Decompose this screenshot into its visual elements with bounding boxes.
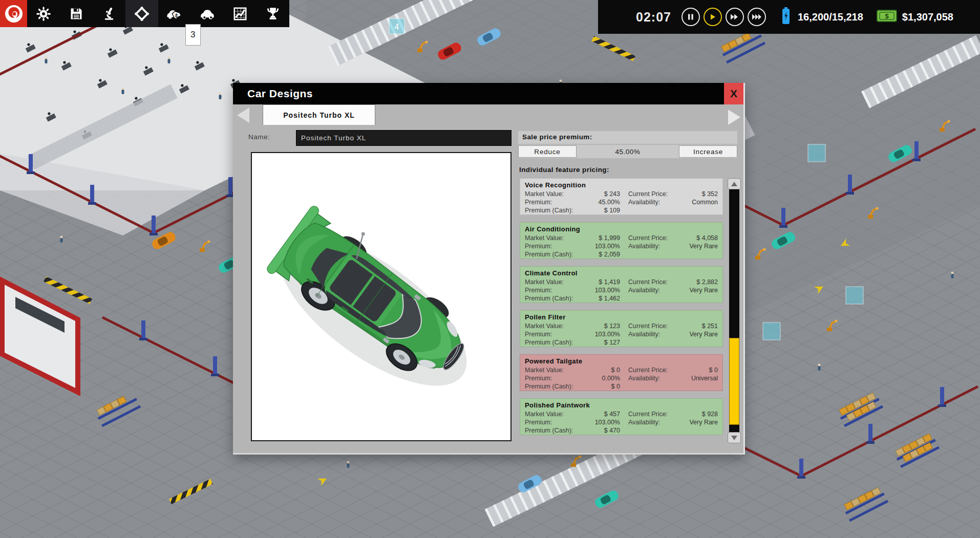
fastest-forward-button[interactable] [748, 8, 766, 26]
feature-details: Market Value:$ 457Current Price:$ 928 Pr… [525, 410, 718, 435]
market-value: $ 243 [582, 190, 620, 198]
tab-positech-turbo-xl[interactable]: Positech Turbo XL [263, 104, 375, 125]
settings-button[interactable] [27, 0, 60, 27]
reduce-button[interactable]: Reduce [518, 145, 577, 158]
feature-panel[interactable]: Powered Tailgate Market Value:$ 0Current… [520, 354, 723, 391]
money-icon: $ [877, 10, 897, 24]
feature-panel[interactable]: Polished Paintwork Market Value:$ 457Cur… [520, 398, 723, 435]
cash-value: $1,307,058 [902, 11, 953, 23]
current-price: $ 4,058 [686, 234, 718, 242]
zone-icon [133, 5, 151, 23]
status-bar: 02:07 16,200/15,218 $ $1,307,058 [598, 0, 980, 34]
premium-label: Premium: [525, 418, 582, 426]
scroll-down-button[interactable] [728, 432, 741, 443]
car-designs-button[interactable] [191, 0, 224, 27]
availability-label: Availability: [628, 374, 686, 382]
premium-cash-label: Premium (Cash): [525, 294, 582, 303]
chart-icon [232, 6, 248, 21]
save-button[interactable] [60, 0, 93, 27]
trophy-icon [266, 6, 280, 21]
premium-value: 103.00% [582, 242, 620, 250]
market-value-label: Market Value: [525, 234, 582, 242]
market-value: $ 457 [582, 410, 620, 418]
availability-value: Very Rare [686, 418, 718, 426]
current-price-label: Current Price: [628, 366, 686, 374]
market-value: $ 1,419 [582, 278, 620, 286]
speed-controls [681, 8, 766, 26]
pause-button[interactable] [681, 8, 700, 26]
current-price-label: Current Price: [628, 410, 686, 418]
market-value-label: Market Value: [525, 322, 582, 330]
premium-label: Premium: [525, 198, 582, 206]
pause-icon [687, 13, 694, 20]
feature-panel[interactable]: Air Conditioning Market Value:$ 1,999Cur… [520, 222, 723, 259]
current-price: $ 352 [686, 190, 718, 198]
premium-label: Premium: [525, 286, 582, 294]
premium-cash-label: Premium (Cash): [525, 338, 582, 347]
premium-cash-value: $ 470 [582, 426, 620, 435]
premium-cash-value: $ 109 [582, 206, 620, 214]
positech-logo[interactable] [0, 0, 27, 27]
design-tabs: Positech Turbo XL [233, 104, 743, 125]
premium-cash-value: $ 127 [582, 338, 620, 347]
availability-label: Availability: [628, 418, 686, 426]
premium-cash-value: $ 1,462 [582, 294, 620, 303]
increase-button[interactable]: Increase [679, 145, 737, 158]
market-value-label: Market Value: [525, 410, 582, 418]
research-button[interactable] [93, 0, 125, 27]
feature-panel[interactable]: Climate Control Market Value:$ 1,419Curr… [520, 266, 723, 303]
dialog-title: Car Designs [247, 88, 313, 100]
feature-name: Air Conditioning [525, 225, 718, 233]
map-count-badge: 4 [395, 23, 399, 31]
feature-name: Powered Tailgate [525, 357, 718, 365]
availability-label: Availability: [628, 286, 686, 294]
play-icon [709, 13, 716, 20]
premium-cash-value: $ 0 [582, 382, 620, 391]
current-price: $ 928 [686, 410, 718, 418]
sale-price-controls: Reduce 45.00% Increase [518, 145, 737, 158]
market-value-label: Market Value: [525, 278, 582, 286]
feature-name: Climate Control [525, 269, 718, 277]
market-value: $ 0 [582, 366, 620, 374]
achievements-button[interactable] [257, 0, 289, 27]
feature-panel[interactable]: Voice Recognition Market Value:$ 243Curr… [520, 178, 723, 215]
premium-label: Premium: [525, 330, 582, 338]
notification-count-badge: 3 [185, 24, 201, 46]
feature-details: Market Value:$ 0Current Price:$ 0 Premiu… [525, 366, 718, 391]
availability-value: Very Rare [686, 242, 718, 250]
zone-button[interactable] [125, 0, 158, 27]
availability-value: Very Rare [686, 286, 718, 294]
feature-list-scrollbar[interactable] [728, 178, 741, 443]
feature-name: Polished Paintwork [525, 401, 718, 409]
car-designs-dialog: Car Designs X Positech Turbo XL Name: [233, 83, 745, 455]
stats-button[interactable] [224, 0, 257, 27]
triangle-up-icon [731, 182, 737, 186]
tab-scroll-right-arrow[interactable] [728, 110, 740, 125]
scrollbar-thumb[interactable] [729, 338, 739, 425]
tab-scroll-left-arrow[interactable] [237, 107, 249, 123]
premium-cash-label: Premium (Cash): [525, 426, 582, 435]
dialog-titlebar: Car Designs [233, 83, 743, 104]
premium-cash-label: Premium (Cash): [525, 250, 582, 259]
car-preview-image [252, 153, 510, 440]
premium-value: 103.00% [582, 286, 620, 294]
save-icon [69, 7, 83, 21]
close-button[interactable]: X [724, 83, 743, 104]
game-clock: 02:07 [636, 10, 671, 25]
design-name-input[interactable] [296, 130, 512, 146]
car-sales-button[interactable]: $ [158, 0, 191, 27]
current-price: $ 2,882 [686, 278, 718, 286]
name-label: Name: [248, 133, 270, 141]
premium-value: 45.00% [582, 198, 620, 206]
feature-details: Market Value:$ 1,999Current Price:$ 4,05… [525, 234, 718, 259]
availability-label: Availability: [628, 242, 686, 250]
fastest-forward-icon [752, 13, 762, 20]
gear-icon [36, 6, 51, 21]
pricing-pane: Sale price premium: Reduce 45.00% Increa… [518, 125, 741, 455]
sale-price-premium-value: 45.00% [577, 148, 679, 156]
play-button[interactable] [704, 8, 722, 26]
current-price-label: Current Price: [628, 278, 686, 286]
fast-forward-button[interactable] [726, 8, 744, 26]
feature-panel[interactable]: Pollen Filter Market Value:$ 123Current … [520, 310, 723, 347]
scroll-up-button[interactable] [728, 178, 741, 189]
